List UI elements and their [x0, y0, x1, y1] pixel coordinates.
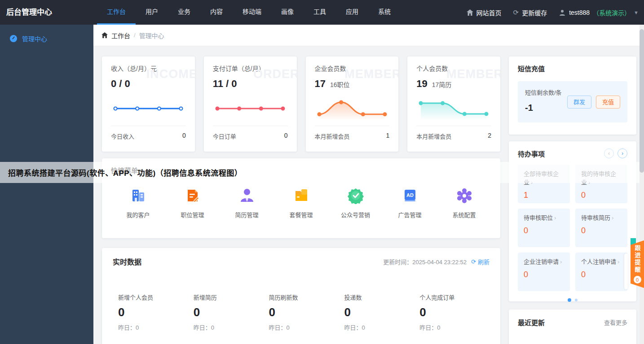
orders-value: 11 / 0: [213, 78, 237, 90]
stat-card-company-members[interactable]: 企业会员数 MEMBER 17 16职位 本月新增会员 1: [306, 57, 399, 152]
view-more-link[interactable]: 查看更多: [604, 318, 627, 327]
chevron-down-icon: ▼: [634, 10, 639, 15]
personal-members-value: 19: [416, 78, 427, 90]
ribbon-count-badge: 0: [634, 276, 641, 283]
home-icon: [467, 9, 473, 16]
breadcrumb-separator: /: [134, 32, 136, 39]
tile-company-cancellation-requests[interactable]: 企业注销申请› 0: [518, 253, 570, 291]
site-home-link[interactable]: 网站首页: [467, 8, 502, 17]
todo-title: 待办事项: [518, 149, 545, 158]
breadcrumb-home-icon: [101, 32, 108, 38]
breadcrumb-current: 管理中心: [139, 31, 164, 40]
ribbon-handle: [624, 253, 628, 289]
stat-cards-row: 收入（总/月）元 INCOME 0 / 0 今日收入 0 支付订单（总/月） O…: [102, 57, 500, 152]
metric-resume-refreshes: 简历刷新数 0 昨日：0: [264, 293, 339, 331]
realtime-metrics: 新增个人会员 0 昨日：0 新增简历 0 昨日：0 简历刷新数 0 昨日：0 投…: [113, 293, 490, 331]
tile-pending-resumes[interactable]: 待审核简历› 0: [575, 209, 627, 247]
sms-recharge-card: 短信充值 短信剩余数/条 -1 群发 充值: [509, 57, 636, 135]
tab-apps[interactable]: 应用: [336, 0, 368, 25]
metric-new-personal-members: 新增个人会员 0 昨日：0: [113, 293, 188, 331]
scrollbar-thumb[interactable]: [640, 29, 644, 173]
tile-pending-positions[interactable]: 待审核职位› 0: [518, 209, 570, 247]
income-sparkline-chart: [111, 96, 186, 121]
tab-users[interactable]: 用户: [136, 0, 168, 25]
quick-item-system-config[interactable]: 系统配置: [443, 187, 486, 219]
todo-tiles: 全部待审核企业› 1 我的待审核企业› 0 待审核职位› 0 待审核简历› 0 …: [518, 165, 627, 291]
sms-balance-label: 短信剩余数/条: [525, 88, 562, 96]
realtime-data-card: 实时数据 更新时间：2025-04-04 23:22:52 ⟳ 刷新 新增个人会…: [102, 248, 500, 344]
recharge-button[interactable]: 充值: [596, 96, 620, 109]
metric-personal-completed-orders: 个人完成订单 0 昨日：0: [414, 293, 490, 331]
sms-title: 短信充值: [518, 64, 627, 73]
tile-personal-cancellation-requests[interactable]: 个人注销申请› 0: [575, 253, 627, 291]
top-navigation-bar: 后台管理中心 工作台 用户 业务 内容 移动端 画像 工具 应用 系统 网站首页…: [0, 0, 644, 25]
quick-item-official-account-marketing[interactable]: 公众号营销: [334, 187, 377, 219]
tab-mobile[interactable]: 移动端: [233, 0, 271, 25]
tab-tools[interactable]: 工具: [304, 0, 336, 25]
quick-item-ad-management[interactable]: AD 广告管理: [388, 187, 432, 219]
tab-portrait[interactable]: 画像: [271, 0, 304, 25]
carousel-prev-button[interactable]: ‹: [604, 148, 614, 158]
carousel-dot-active[interactable]: [568, 298, 571, 302]
carousel-dots: [518, 298, 627, 302]
user-icon: [559, 9, 566, 16]
sidebar: 管理中心: [0, 25, 93, 344]
refresh-icon: ⟳: [513, 9, 519, 16]
tab-workbench[interactable]: 工作台: [97, 0, 136, 25]
main-nav-tabs: 工作台 用户 业务 内容 移动端 画像 工具 应用 系统: [97, 0, 401, 25]
chevron-right-icon: ›: [612, 214, 613, 221]
caption-text: 招聘系统搭建平台源码(软件、APP、功能)（招聘信息系统流程图）: [8, 167, 242, 178]
personal-members-sparkline-chart: [416, 96, 491, 121]
company-members-sparkline-chart: [315, 96, 390, 121]
buildings-icon: [129, 187, 147, 205]
update-time: 更新时间：2025-04-04 23:22:52: [383, 257, 467, 266]
income-value: 0 / 0: [111, 78, 130, 90]
quick-item-resume-management[interactable]: 简历管理: [225, 187, 269, 219]
sms-balance-value: -1: [525, 103, 562, 113]
company-members-value: 17: [315, 78, 326, 90]
recent-updates-title: 最近更新: [518, 318, 545, 327]
stat-card-income[interactable]: 收入（总/月）元 INCOME 0 / 0 今日收入 0: [102, 57, 195, 152]
ad-book-icon: AD: [401, 187, 419, 205]
main-content: 收入（总/月）元 INCOME 0 / 0 今日收入 0 支付订单（总/月） O…: [93, 46, 644, 344]
username: test888: [569, 9, 590, 16]
quick-item-position-management[interactable]: 职位管理: [171, 187, 214, 219]
user-role-tag: （系统演示）: [593, 8, 631, 17]
stat-card-orders[interactable]: 支付订单（总/月） ORDER 11 / 0 今日订单 0: [204, 57, 297, 152]
person-icon: [238, 187, 256, 205]
refresh-icon: ⟳: [471, 258, 476, 265]
orders-sparkline-chart: [213, 96, 288, 121]
user-menu[interactable]: test888 （系统演示） ▼: [559, 8, 639, 17]
quick-item-package-management[interactable]: 套餐管理: [280, 187, 323, 219]
company-positions-sub: 16职位: [330, 80, 350, 89]
tab-business[interactable]: 业务: [168, 0, 200, 25]
metric-new-resumes: 新增简历 0 昨日：0: [188, 293, 264, 331]
stat-card-personal-members[interactable]: 个人会员数 MEMBER 19 17简历 本月新增会员 2: [407, 57, 500, 152]
group-send-button[interactable]: 群发: [567, 96, 591, 109]
svg-text:AD: AD: [406, 192, 414, 198]
carousel-next-button[interactable]: ›: [618, 148, 627, 158]
sidebar-item-management-center[interactable]: 管理中心: [0, 27, 93, 50]
chevron-right-icon: ›: [554, 214, 556, 221]
badge-check-icon: [347, 187, 365, 205]
topbar-right-cluster: 网站首页 ⟳ 更新缓存 test888 （系统演示） ▼: [467, 0, 639, 25]
document-edit-icon: [184, 187, 202, 205]
metric-deliveries: 投递数 0 昨日：0: [339, 293, 414, 331]
tab-content[interactable]: 内容: [200, 0, 233, 25]
carousel-dot[interactable]: [575, 299, 578, 301]
refresh-button[interactable]: ⟳ 刷新: [471, 257, 490, 266]
breadcrumb-workbench[interactable]: 工作台: [111, 31, 130, 40]
refresh-cache-button[interactable]: ⟳ 更新缓存: [513, 8, 547, 17]
caption-overlay-band: 招聘系统搭建平台源码(软件、APP、功能)（招聘信息系统流程图）: [0, 162, 640, 183]
dashboard-gauge-icon: [10, 35, 17, 42]
tab-system[interactable]: 系统: [368, 0, 401, 25]
app-title: 后台管理中心: [6, 0, 52, 25]
follow-up-reminder-ribbon[interactable]: 跟进提醒 0: [631, 239, 644, 289]
sms-balance-box: 短信剩余数/条 -1 群发 充值: [518, 81, 627, 122]
chevron-right-icon: ›: [618, 258, 619, 265]
chevron-right-icon: ›: [560, 258, 562, 265]
quick-item-my-clients[interactable]: 我的客户: [117, 187, 160, 219]
personal-resumes-sub: 17简历: [432, 80, 452, 89]
folder-icon: [292, 187, 310, 205]
realtime-title: 实时数据: [113, 256, 141, 267]
